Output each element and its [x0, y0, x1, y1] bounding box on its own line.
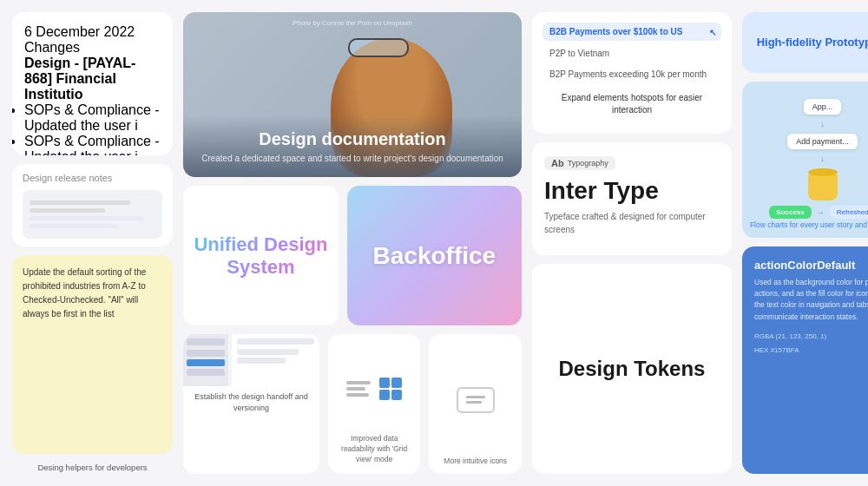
- expand-label: Expand elements hotspots for easier inte…: [542, 92, 721, 116]
- design-tokens-title: Design Tokens: [559, 357, 706, 381]
- flow-arrow-down-2: ↓: [820, 154, 825, 163]
- handoff-card: Establish the design handoff and version…: [183, 334, 319, 474]
- flow-db-visual: [808, 168, 838, 200]
- design-tokens-card: Design Tokens: [532, 264, 732, 474]
- column-2: Photo by Connie the Pom on Unsplash Desi…: [183, 12, 522, 474]
- mockup-line-3: [30, 216, 143, 220]
- handoff-mockup: [183, 334, 319, 386]
- cursor-icon: ↖: [709, 27, 716, 36]
- handoff-sidebar: [183, 334, 228, 386]
- grid-view-label: Improved data readability with 'Grid vie…: [335, 434, 414, 465]
- design-ticket: Design - [PAYAL-868] Financial Instituti…: [24, 56, 135, 102]
- action-color-desc: Used as the background color for primary…: [754, 277, 868, 323]
- flow-card: App... ↓ Add payment... ↓ Success → Refr…: [742, 82, 868, 238]
- column-3: B2B Payments over $100k to US ↖ P2P to V…: [532, 12, 732, 474]
- flow-arrow-down-1: ↓: [820, 120, 825, 128]
- inner-line: [466, 401, 482, 404]
- sidebar-item-active: [187, 359, 225, 366]
- inter-type-card: Ab Typography Inter Type Typeface crafte…: [532, 142, 732, 255]
- payments-card: B2B Payments over $100k to US ↖ P2P to V…: [532, 12, 732, 134]
- column-4: High-fidelity Prototyping App... ↓ Add p…: [742, 12, 868, 474]
- main-line: [237, 358, 286, 364]
- changes-body: Design - [PAYAL-868] Financial Instituti…: [24, 56, 161, 155]
- unified-title: Unified Design System: [194, 233, 328, 278]
- hero-title: Design documentation: [201, 129, 504, 149]
- sticky-card: Update the default sorting of the prohib…: [12, 255, 173, 454]
- flow-diagram: App... ↓ Add payment... ↓ Success → Refr…: [751, 90, 868, 219]
- column-1: 6 December 2022 Changes Design - [PAYAL-…: [12, 12, 173, 474]
- sticky-text: Update the default sorting of the prohib…: [23, 266, 162, 321]
- backoffice-title: Backoffice: [373, 242, 496, 270]
- unified-card: Unified Design System: [183, 186, 339, 325]
- flow-node-success: Success: [769, 206, 811, 219]
- icon-card-rect: [457, 387, 495, 413]
- line: [346, 393, 369, 397]
- sidebar-item: [187, 350, 225, 357]
- icon-inner: [466, 396, 485, 404]
- sidebar-item: [187, 338, 225, 345]
- icons-view-card: More intuitive icons: [429, 334, 522, 474]
- inter-type-title: Inter Type: [544, 177, 720, 205]
- release-mockup: [23, 190, 162, 239]
- badge-label: Typography: [568, 159, 608, 167]
- changes-label: Changes: [24, 40, 161, 56]
- icons-display: [457, 343, 495, 456]
- flow-arrow-row: Success → Refreshed: [769, 206, 868, 219]
- flow-arrow-right: →: [817, 208, 825, 217]
- sidebar-item: [187, 369, 225, 376]
- main-line: [237, 349, 299, 355]
- flow-node-add: Add payment...: [787, 134, 858, 149]
- inter-type-desc: Typeface crafted & designed for computer…: [544, 210, 720, 236]
- mockup-line-1: [30, 200, 130, 205]
- handoff-label: Establish the design handoff and version…: [183, 386, 319, 418]
- date-title: 6 December 2022: [24, 24, 161, 40]
- action-color-rgba: RGBA (21, 123, 250, 1): [754, 330, 868, 344]
- inner-line: [466, 396, 485, 398]
- change-item-2: SOPs & Compliance - Updated the user i: [24, 134, 161, 155]
- date-card: 6 December 2022 Changes Design - [PAYAL-…: [12, 12, 173, 155]
- grid-view-card: Improved data readability with 'Grid vie…: [328, 334, 421, 474]
- mockup-line-2: [30, 208, 105, 213]
- db-body: [808, 174, 838, 200]
- dog-glasses: [348, 38, 409, 57]
- mockup-line-4: [30, 224, 118, 228]
- action-color-title: actionColorDefault: [754, 259, 868, 272]
- grid-cell: [379, 390, 390, 400]
- grid-icon: [379, 378, 402, 400]
- flow-label: Flow charts for every user story and pro…: [742, 220, 868, 231]
- payment-selected[interactable]: B2B Payments over $100k to US ↖: [542, 23, 721, 41]
- line: [346, 381, 371, 384]
- handoff-main: [232, 334, 319, 386]
- icons-label: More intuitive icons: [444, 456, 507, 465]
- grid-cell: [391, 390, 402, 400]
- flow-node-app: App...: [804, 99, 842, 115]
- grid-cell: [379, 378, 390, 388]
- payment-item-2[interactable]: B2P Payments exceeding 10k per month: [542, 65, 721, 83]
- hero-overlay: Design documentation Created a dedicated…: [183, 115, 522, 177]
- prototyping-title: High-fidelity Prototyping: [757, 35, 868, 50]
- main-line: [237, 338, 314, 345]
- payment-item-1[interactable]: P2P to Vietnam: [542, 44, 721, 62]
- db-top: [808, 168, 838, 176]
- release-title: Design release notes: [23, 173, 162, 183]
- backoffice-card: Backoffice: [347, 186, 522, 325]
- grid-cell: [391, 378, 402, 388]
- change-item-1: SOPs & Compliance - Updated the user i: [24, 102, 161, 134]
- hero-card: Photo by Connie the Pom on Unsplash Desi…: [183, 12, 522, 177]
- payment-selected-text: B2B Payments over $100k to US: [549, 27, 682, 36]
- release-card: Design release notes: [12, 164, 173, 246]
- badge-ab: Ab: [551, 158, 564, 168]
- flow-node-refreshed: Refreshed: [830, 206, 868, 219]
- hero-photo-credit: Photo by Connie the Pom on Unsplash: [183, 19, 522, 27]
- grid-view-icons: [346, 343, 402, 434]
- bottom-row: Establish the design handoff and version…: [183, 334, 522, 474]
- action-color-card: actionColorDefault Used as the backgroun…: [742, 246, 868, 474]
- line: [346, 387, 365, 391]
- hero-subtitle: Created a dedicated space and started to…: [201, 154, 504, 163]
- lines-icon: [346, 381, 371, 397]
- action-color-hex: HEX #157BFA: [754, 344, 868, 358]
- dev-helpers-label: Desing helpers for developers: [12, 463, 173, 474]
- mid-row: Unified Design System Backoffice: [183, 186, 522, 325]
- prototyping-card: High-fidelity Prototyping: [742, 12, 868, 73]
- inter-type-badge: Ab Typography: [544, 156, 615, 170]
